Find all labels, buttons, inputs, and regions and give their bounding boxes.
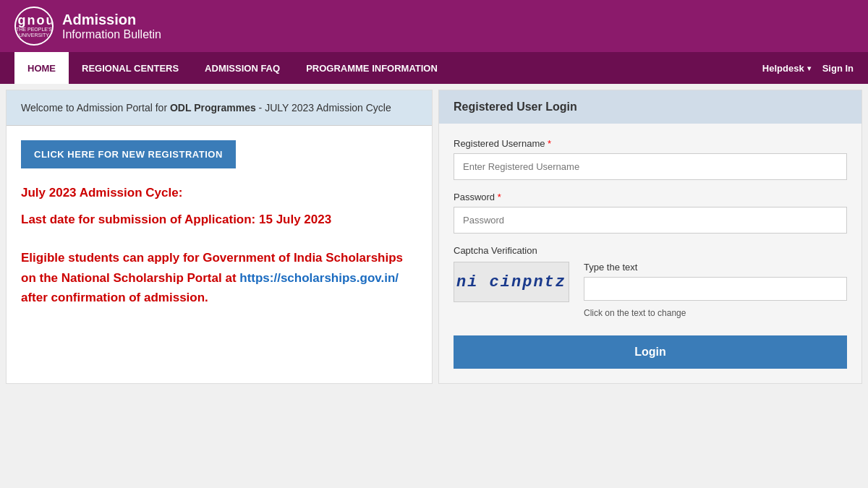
captcha-hint: Click on the text to change: [584, 308, 847, 318]
login-button[interactable]: Login: [454, 335, 847, 369]
info-last-date: Last date for submission of Application:…: [21, 210, 417, 229]
nav-left: HOME REGIONAL CENTERS ADMISSION FAQ PROG…: [14, 52, 762, 84]
captcha-input[interactable]: [584, 277, 847, 301]
username-label: Registered Username *: [454, 138, 847, 149]
logo-sub2: UNIVERSITY: [19, 33, 49, 38]
signin-button[interactable]: Sign In: [822, 63, 854, 74]
login-box: Registered User Login Registered Usernam…: [438, 90, 862, 384]
nav-item-faq[interactable]: ADMISSION FAQ: [192, 52, 293, 84]
captcha-row: ni cinpntz Type the text Click on the te…: [454, 262, 847, 318]
right-panel: Registered User Login Registered Usernam…: [438, 90, 862, 384]
info-admission-cycle: July 2023 Admission Cycle:: [21, 183, 417, 202]
chevron-down-icon: ▾: [807, 64, 811, 72]
nav-item-home[interactable]: HOME: [14, 52, 69, 84]
header-title-line1: Admission: [62, 12, 161, 28]
scholarship-link[interactable]: https://scholarships.gov.in/: [239, 271, 399, 285]
login-body: Registered Username * Password * Captcha…: [439, 124, 861, 383]
password-group: Password *: [454, 192, 847, 234]
nav-item-regional[interactable]: REGIONAL CENTERS: [69, 52, 192, 84]
password-label: Password *: [454, 192, 847, 202]
logo-circle: ignou THE PEOPLE'S UNIVERSITY: [14, 7, 54, 46]
password-input[interactable]: [454, 207, 847, 234]
welcome-banner: Welcome to Admission Portal for ODL Prog…: [7, 90, 432, 126]
welcome-suffix: - JULY 2023 Admission Cycle: [256, 102, 391, 114]
info-scholarship: Eligible students can apply for Governme…: [21, 248, 417, 307]
left-content: CLICK HERE FOR NEW REGISTRATION July 202…: [7, 126, 432, 329]
captcha-image[interactable]: ni cinpntz: [454, 262, 569, 302]
navbar: HOME REGIONAL CENTERS ADMISSION FAQ PROG…: [0, 52, 868, 84]
captcha-right: Type the text Click on the text to chang…: [584, 262, 847, 318]
welcome-bold: ODL Programmes: [170, 102, 256, 114]
helpdesk-button[interactable]: Helpdesk ▾: [762, 63, 811, 74]
username-group: Registered Username *: [454, 138, 847, 180]
helpdesk-label: Helpdesk: [762, 63, 804, 74]
nav-right: Helpdesk ▾ Sign In: [762, 63, 854, 74]
login-header: Registered User Login: [439, 90, 861, 124]
header: ignou THE PEOPLE'S UNIVERSITY Admission …: [0, 0, 868, 52]
logo-area: ignou THE PEOPLE'S UNIVERSITY Admission …: [14, 7, 161, 46]
captcha-section: Captcha Verification ni cinpntz Type the…: [454, 245, 847, 318]
main-content: Welcome to Admission Portal for ODL Prog…: [0, 84, 868, 390]
captcha-type-label: Type the text: [584, 262, 847, 273]
nav-item-programme[interactable]: PROGRAMME INFORMATION: [293, 52, 451, 84]
welcome-prefix: Welcome to Admission Portal for: [21, 102, 170, 114]
username-input[interactable]: [454, 153, 847, 180]
logo-ignou-text: ignou: [14, 14, 54, 27]
header-title-line2: Information Bulletin: [62, 28, 161, 41]
logo-sub1: THE PEOPLE'S: [16, 27, 52, 33]
header-title: Admission Information Bulletin: [62, 12, 161, 41]
username-required: *: [548, 138, 551, 149]
left-panel: Welcome to Admission Portal for ODL Prog…: [6, 90, 433, 384]
new-registration-button[interactable]: CLICK HERE FOR NEW REGISTRATION: [21, 140, 236, 168]
captcha-label: Captcha Verification: [454, 245, 847, 256]
password-required: *: [498, 192, 501, 202]
